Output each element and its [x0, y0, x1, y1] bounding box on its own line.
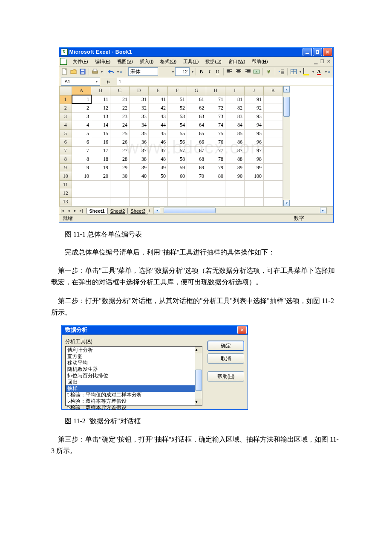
dialog-close-button[interactable]: ✕: [237, 326, 247, 334]
cell[interactable]: 83: [225, 112, 245, 121]
cell[interactable]: 74: [206, 121, 225, 129]
cell[interactable]: 21: [110, 95, 130, 104]
cell[interactable]: 48: [149, 155, 168, 163]
row-header[interactable]: 12: [59, 189, 72, 197]
cell[interactable]: 43: [149, 112, 168, 121]
analysis-tools-listbox[interactable]: 傅利叶分析直方图移动平均随机数发生器排位与百分比排位回归抽样t-检验：平均值的成…: [65, 346, 202, 406]
help-button[interactable]: 帮助(H): [208, 371, 244, 382]
cell[interactable]: [72, 180, 91, 189]
undo-dropdown-icon[interactable]: ▾: [116, 70, 119, 74]
new-file-icon[interactable]: [61, 68, 69, 75]
font-size-selector[interactable]: 12: [175, 67, 190, 76]
cell[interactable]: 62: [187, 104, 206, 112]
cell[interactable]: [187, 189, 206, 197]
sheet-nav-prev-icon[interactable]: ◂: [66, 208, 72, 213]
size-grip-icon[interactable]: [327, 207, 333, 214]
cell[interactable]: 93: [245, 112, 264, 121]
cell[interactable]: 14: [91, 121, 110, 129]
cell[interactable]: [264, 95, 283, 104]
cell[interactable]: 22: [110, 104, 130, 112]
cell[interactable]: 57: [168, 146, 187, 155]
cell[interactable]: 27: [110, 146, 130, 155]
cell[interactable]: 61: [187, 95, 206, 104]
list-item[interactable]: 直方图: [66, 353, 195, 360]
cell[interactable]: 76: [206, 138, 225, 146]
cell[interactable]: 87: [225, 146, 245, 155]
cell[interactable]: 25: [110, 129, 130, 138]
cell[interactable]: 44: [149, 121, 168, 129]
row-header[interactable]: 6: [59, 138, 72, 146]
cell[interactable]: 18: [91, 155, 110, 163]
print-dropdown-icon[interactable]: ▾: [100, 70, 103, 74]
cell[interactable]: 89: [225, 163, 245, 172]
cell[interactable]: 98: [245, 155, 264, 163]
cell[interactable]: 35: [130, 129, 149, 138]
cell[interactable]: [264, 129, 283, 138]
menu-f[interactable]: 文件(F): [69, 58, 92, 66]
cell[interactable]: 92: [245, 104, 264, 112]
cell[interactable]: 90: [225, 172, 245, 180]
cell[interactable]: 63: [187, 112, 206, 121]
row-header[interactable]: 4: [59, 121, 72, 129]
menu-t[interactable]: 工具(T): [180, 58, 202, 66]
cell[interactable]: [149, 189, 168, 197]
formula-bar[interactable]: 1: [117, 78, 333, 85]
cell[interactable]: 79: [206, 163, 225, 172]
font-name-selector[interactable]: 宋体: [128, 67, 158, 76]
cell[interactable]: [206, 197, 225, 206]
cell[interactable]: [245, 189, 264, 197]
cell[interactable]: [264, 197, 283, 206]
cell[interactable]: 5: [72, 129, 91, 138]
column-header[interactable]: D: [130, 87, 149, 95]
cell[interactable]: 3: [72, 112, 91, 121]
cell[interactable]: 16: [91, 138, 110, 146]
column-header[interactable]: J: [245, 87, 264, 95]
cell[interactable]: 42: [149, 104, 168, 112]
align-right-icon[interactable]: [244, 68, 251, 75]
cell[interactable]: 29: [110, 163, 130, 172]
row-header[interactable]: 13: [59, 197, 72, 206]
cell[interactable]: [264, 155, 283, 163]
cell[interactable]: 36: [130, 138, 149, 146]
cell[interactable]: [168, 189, 187, 197]
row-header[interactable]: 5: [59, 129, 72, 138]
vertical-scrollbar[interactable]: ▴ ▾: [283, 86, 290, 206]
cell[interactable]: 86: [225, 138, 245, 146]
dialog-title-bar[interactable]: 数据分析 ✕: [62, 325, 248, 335]
row-header[interactable]: 3: [59, 112, 72, 121]
cell[interactable]: 70: [187, 172, 206, 180]
cell[interactable]: 81: [225, 95, 245, 104]
cell[interactable]: [130, 180, 149, 189]
save-icon[interactable]: [79, 68, 86, 75]
cell[interactable]: 47: [149, 146, 168, 155]
ok-button[interactable]: 确定: [208, 341, 244, 351]
fx-icon[interactable]: fx: [100, 79, 117, 84]
underline-button[interactable]: U: [214, 69, 221, 74]
menu-h[interactable]: 帮助(H): [248, 58, 271, 66]
mdi-close-button[interactable]: ✕: [327, 59, 331, 64]
cell[interactable]: [110, 197, 130, 206]
cell[interactable]: 84: [225, 121, 245, 129]
cell[interactable]: 31: [130, 95, 149, 104]
cell[interactable]: 8: [72, 155, 91, 163]
cell[interactable]: 1: [72, 95, 91, 104]
cell[interactable]: [264, 172, 283, 180]
column-header[interactable]: I: [225, 87, 245, 95]
cell[interactable]: [91, 197, 110, 206]
cell[interactable]: [264, 138, 283, 146]
fill-color-icon[interactable]: [303, 68, 310, 75]
cell[interactable]: 100: [245, 172, 264, 180]
cell[interactable]: [225, 180, 245, 189]
row-header[interactable]: 2: [59, 104, 72, 112]
cell[interactable]: 9: [72, 163, 91, 172]
cell[interactable]: 30: [110, 172, 130, 180]
bold-button[interactable]: B: [198, 69, 205, 74]
toolbar-overflow-icon[interactable]: »: [120, 69, 124, 74]
column-header[interactable]: G: [187, 87, 206, 95]
cell[interactable]: 10: [72, 172, 91, 180]
row-header[interactable]: 8: [59, 155, 72, 163]
list-item[interactable]: 傅利叶分析: [66, 347, 195, 353]
cell[interactable]: 33: [130, 112, 149, 121]
cell[interactable]: 40: [130, 172, 149, 180]
align-center-icon[interactable]: [235, 68, 242, 75]
